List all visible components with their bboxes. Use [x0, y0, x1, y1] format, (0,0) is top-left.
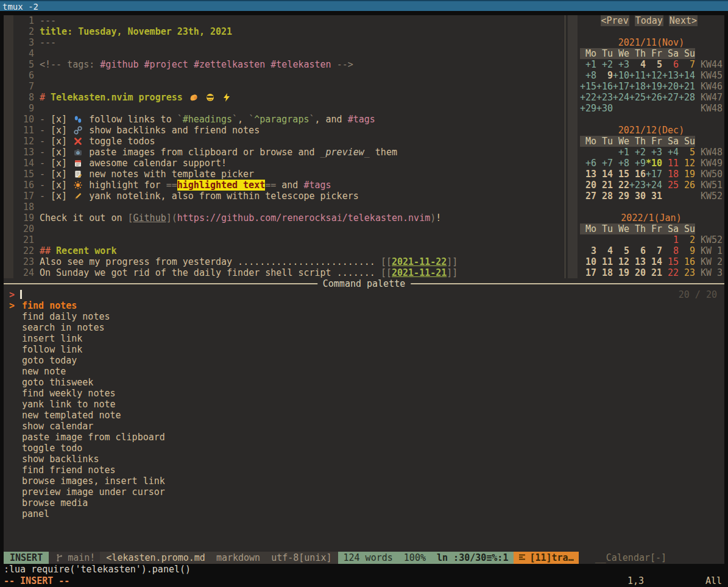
palette-item[interactable]: new templated note — [4, 410, 724, 421]
calendar-day[interactable]: 13 — [580, 169, 596, 180]
calendar-day[interactable]: 31 — [646, 191, 662, 202]
calendar-day[interactable]: 16 — [629, 169, 646, 180]
calendar-day[interactable]: 4 — [596, 245, 613, 256]
calendar-day[interactable]: 26 — [679, 180, 695, 191]
calendar-day[interactable]: +8 — [613, 158, 629, 169]
calendar-day[interactable]: 2 — [679, 234, 695, 245]
calendar-day[interactable]: 11 — [596, 256, 613, 267]
calendar-day[interactable]: +25 — [629, 92, 646, 103]
calendar-day[interactable]: +8 — [580, 70, 596, 81]
calendar-day[interactable]: 27 — [580, 191, 596, 202]
editor-line[interactable]: 8# Telekasten.nvim progress — [13, 92, 562, 103]
calendar-day[interactable]: 29 — [613, 191, 629, 202]
editor-line[interactable]: 13- [x] paste images from clipboard or b… — [13, 147, 562, 158]
calendar-day[interactable]: 7 — [646, 245, 662, 256]
calendar-day[interactable]: +7 — [596, 158, 613, 169]
calendar-day[interactable]: +28 — [679, 92, 695, 103]
calendar-day[interactable]: +24 — [613, 92, 629, 103]
calendar-day[interactable]: +12 — [646, 70, 662, 81]
palette-item[interactable]: new note — [4, 366, 724, 377]
editor-line[interactable]: 19Check it out on [Github](https://githu… — [13, 213, 562, 223]
calendar-day[interactable]: 10 — [580, 256, 596, 267]
palette-item[interactable]: preview image under cursor — [4, 487, 724, 497]
calendar-day[interactable]: +3 — [613, 59, 629, 70]
calendar-day[interactable]: 12 — [679, 158, 695, 169]
palette-item[interactable]: toggle todo — [4, 443, 724, 454]
calendar-day[interactable]: 18 — [662, 169, 679, 180]
editor-line[interactable]: 18 — [13, 202, 562, 213]
calendar-day[interactable]: +20 — [662, 81, 679, 92]
calendar-day[interactable]: +27 — [662, 92, 679, 103]
calendar-day[interactable]: 21 — [646, 267, 662, 278]
calendar-day[interactable]: 11 — [662, 158, 679, 169]
calendar-day[interactable]: 25 — [662, 180, 679, 191]
editor-window[interactable]: 1---2title: Tuesday, November 23th, 2021… — [4, 15, 562, 278]
calendar-day[interactable]: +9 — [629, 158, 646, 169]
command-line[interactable]: :lua require('telekasten').panel() — [0, 564, 728, 575]
palette-item[interactable]: show calendar — [4, 421, 724, 432]
calendar-day[interactable]: 17 — [580, 267, 596, 278]
palette-item[interactable]: insert link — [4, 333, 724, 344]
palette-item[interactable]: browse images, insert link — [4, 476, 724, 487]
calendar-day[interactable]: +13 — [662, 70, 679, 81]
calendar-day[interactable]: 20 — [629, 267, 646, 278]
calendar-day[interactable]: 4 — [629, 59, 646, 70]
calendar-day[interactable]: +1 — [580, 59, 596, 70]
calendar-day[interactable]: 16 — [679, 256, 695, 267]
editor-line[interactable]: 15- [x] new notes with template picker — [13, 169, 562, 180]
editor-line[interactable]: 17- [x] yank notelink, also from within … — [13, 191, 562, 202]
palette-item[interactable]: find weekly notes — [4, 388, 724, 399]
calendar-day[interactable]: +3 — [646, 147, 662, 158]
calendar-day[interactable]: 21 — [596, 180, 613, 191]
editor-line[interactable]: 16- [x] highlight for ==highlighted text… — [13, 180, 562, 191]
palette-item[interactable]: >find notes — [4, 300, 724, 311]
calendar-day[interactable]: 8 — [662, 245, 679, 256]
editor-line[interactable]: 6 — [13, 70, 562, 81]
window-separator[interactable] — [562, 15, 568, 278]
calendar-day[interactable]: 1 — [662, 234, 679, 245]
calendar-window[interactable]: <PrevTodayNext>2021/11(Nov)MoTuWeThFrSaS… — [568, 15, 724, 278]
next-button[interactable]: Next> — [669, 15, 698, 26]
calendar-day[interactable]: 19 — [613, 267, 629, 278]
calendar-day[interactable]: 20 — [580, 180, 596, 191]
calendar-day[interactable]: 13 — [629, 256, 646, 267]
calendar-day[interactable]: 28 — [596, 191, 613, 202]
calendar-day[interactable]: 5 — [613, 245, 629, 256]
calendar-day[interactable]: +30 — [596, 103, 613, 114]
today-button[interactable]: Today — [635, 15, 663, 26]
calendar-day[interactable]: +18 — [629, 81, 646, 92]
editor-line[interactable]: 23Also see my progress from yesterday ..… — [13, 256, 562, 267]
editor-line[interactable]: 14- [x] awesome calendar support! — [13, 158, 562, 169]
calendar-day[interactable]: +29 — [580, 103, 596, 114]
calendar-day[interactable]: 30 — [629, 191, 646, 202]
editor-line[interactable]: 24On Sunday we got rid of the daily find… — [13, 267, 562, 278]
calendar-day[interactable]: 23 — [679, 267, 695, 278]
calendar-day[interactable]: +23 — [596, 92, 613, 103]
calendar-day[interactable]: 5 — [679, 147, 695, 158]
palette-item[interactable]: panel — [4, 508, 724, 519]
palette-item[interactable]: follow link — [4, 344, 724, 355]
calendar-day[interactable]: 18 — [596, 267, 613, 278]
calendar-day[interactable]: +17 — [646, 169, 662, 180]
palette-item[interactable]: goto thisweek — [4, 377, 724, 388]
editor-line[interactable]: 2title: Tuesday, November 23th, 2021 — [13, 26, 562, 37]
calendar-day[interactable]: 9 — [679, 245, 695, 256]
editor-line[interactable]: 9 — [13, 103, 562, 114]
calendar-day[interactable]: +2 — [629, 147, 646, 158]
editor-line[interactable]: 21 — [13, 234, 562, 245]
calendar-day[interactable]: 14 — [646, 256, 662, 267]
editor-line[interactable]: 7 — [13, 81, 562, 92]
palette-item[interactable]: find daily notes — [4, 311, 724, 322]
editor-line[interactable]: 5<!-- tags: #github #project #zettelkast… — [13, 59, 562, 70]
editor-line[interactable]: 22## Recent work — [13, 245, 562, 256]
calendar-day[interactable]: +24 — [646, 180, 662, 191]
editor-line[interactable]: 3--- — [13, 37, 562, 48]
palette-item[interactable]: goto today — [4, 355, 724, 366]
calendar-day[interactable]: +4 — [662, 147, 679, 158]
calendar-day[interactable]: +19 — [646, 81, 662, 92]
calendar-day[interactable]: 15 — [662, 256, 679, 267]
editor-line[interactable]: 12- [x] toggle todos — [13, 136, 562, 147]
editor-line[interactable]: 4 — [13, 48, 562, 59]
calendar-day[interactable]: +10 — [613, 70, 629, 81]
editor-line[interactable]: 11- [x] show backlinks and friend notes — [13, 125, 562, 136]
